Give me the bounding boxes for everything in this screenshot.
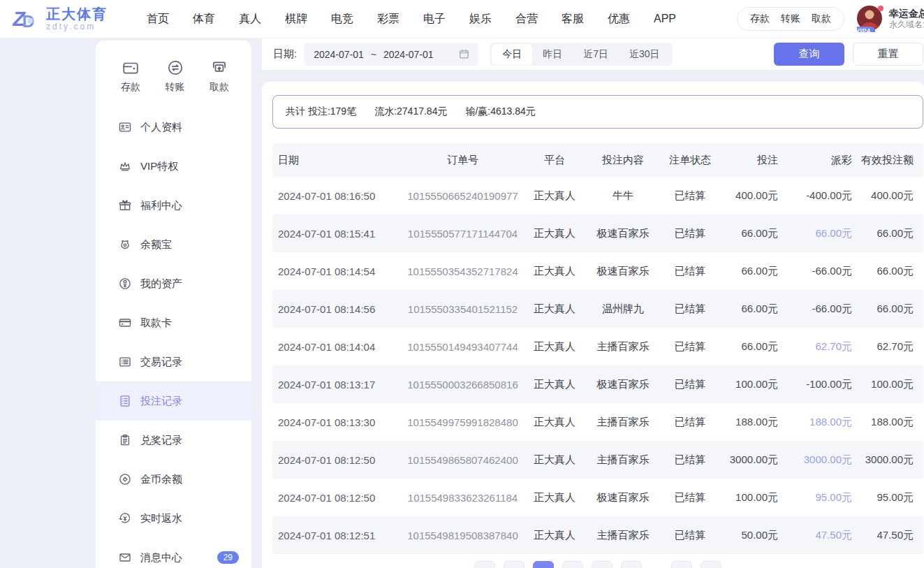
gift-icon [118, 198, 132, 212]
nav-item-7[interactable]: 娱乐 [469, 12, 492, 27]
rebate-icon [118, 511, 132, 525]
nav-item-10[interactable]: 优惠 [608, 12, 630, 27]
cell-platform: 正大真人 [524, 227, 585, 240]
summary-part: 输/赢:4613.84元 [465, 105, 535, 118]
nav-item-11[interactable]: APP [654, 13, 676, 25]
reset-button[interactable]: 重置 [853, 43, 923, 66]
cell-valid-amount: 400.00元 [855, 189, 923, 203]
sidebar-item[interactable]: VIP特权 [96, 147, 251, 186]
wallet-action-link[interactable]: 取款 [812, 13, 831, 25]
sidebar: 存款 转账 取款 个人资料 VIP特权 福利中心 余额宝 我的资产 取款卡 交易… [96, 41, 251, 568]
nav-item-6[interactable]: 电子 [423, 12, 446, 27]
pagination-page-3[interactable]: 3 [562, 561, 583, 568]
pagination-page-18[interactable]: 18 [671, 561, 692, 568]
cell-bet-content: 极速百家乐 [585, 265, 661, 278]
cell-bet-content: 主播百家乐 [585, 529, 661, 542]
wallet-action-link[interactable]: 转账 [781, 13, 800, 25]
quick-range-option[interactable]: 昨日 [532, 44, 573, 65]
cell-bet-amount: 66.00元 [719, 265, 781, 278]
sidebar-item[interactable]: 福利中心 [96, 186, 251, 225]
nav-item-2[interactable]: 真人 [239, 12, 261, 27]
table-header: 日期订单号平台投注内容注单状态投注派彩有效投注额 [272, 143, 923, 177]
pagination-page-2[interactable]: 2 [533, 561, 554, 568]
sidebar-item[interactable]: 取款卡 [96, 303, 251, 342]
sidebar-item[interactable]: 我的资产 [96, 264, 251, 303]
deposit-icon [122, 59, 140, 77]
date-from-value: 2024-07-01 [314, 49, 364, 60]
cell-valid-amount: 47.50元 [855, 529, 923, 542]
nav-item-8[interactable]: 合营 [515, 12, 538, 27]
column-header: 注单状态 [661, 154, 719, 167]
cell-date: 2024-07-01 08:12:50 [272, 492, 402, 504]
summary-box: 共计 投注:179笔流水:27417.84元输/赢:4613.84元 [272, 95, 923, 129]
withdraw-icon [210, 59, 228, 77]
table-row: 2024-07-01 08:15:41 1015550577171144704 … [272, 214, 923, 252]
column-header: 订单号 [402, 154, 524, 167]
cell-platform: 正大真人 [524, 529, 585, 542]
summary-part: 流水:27417.84元 [374, 105, 447, 118]
nav-item-3[interactable]: 棋牌 [285, 12, 307, 27]
nav-item-4[interactable]: 电竞 [331, 12, 353, 27]
cell-date: 2024-07-01 08:13:30 [272, 416, 402, 428]
brand-mark-icon: Z D [13, 6, 41, 31]
pagination-page-4[interactable]: 4 [592, 561, 613, 568]
cell-order-no: 1015550577171144704 [402, 228, 524, 240]
wallet-action-link[interactable]: 存款 [750, 13, 770, 25]
cell-platform: 正大真人 [524, 378, 585, 391]
sidebar-item[interactable]: 个人资料 [96, 108, 251, 147]
cell-date: 2024-07-01 08:12:51 [272, 530, 402, 541]
sidebar-item[interactable]: 投注记录 [96, 381, 251, 421]
bank-card-icon [118, 316, 132, 330]
user-info[interactable]: VIP4 幸运金总 永久域名: [857, 6, 924, 32]
table-row: 2024-07-01 08:14:56 1015550335401521152 … [272, 290, 923, 328]
sidebar-item[interactable]: 金币余额 [96, 460, 251, 499]
cell-payout: 3000.00元 [781, 453, 855, 467]
main-nav: 首页体育真人棋牌电竞彩票电子娱乐合营客服优惠APP [147, 12, 676, 27]
nav-item-5[interactable]: 彩票 [377, 12, 399, 27]
date-range-input[interactable]: 2024-07-01 ~ 2024-07-01 [304, 43, 478, 66]
sidebar-item[interactable]: 交易记录 [96, 342, 251, 381]
mail-icon [118, 551, 132, 565]
calendar-icon [458, 48, 470, 60]
sidebar-item[interactable]: 实时返水 [96, 499, 251, 538]
query-button[interactable]: 查询 [774, 43, 844, 66]
pagination-prev[interactable]: ‹ [474, 561, 495, 568]
cell-order-no: 1015550354352717824 [402, 265, 524, 277]
permanent-domain-label: 永久域名: [889, 19, 924, 30]
cell-payout: 188.00元 [781, 416, 855, 429]
cell-status: 已结算 [661, 491, 719, 504]
cell-platform: 正大真人 [524, 189, 585, 203]
pagination: ‹12345…18› [272, 561, 923, 568]
sidebar-item[interactable]: 兑奖记录 [96, 421, 251, 460]
cell-bet-amount: 400.00元 [719, 189, 781, 203]
pagination-page-5[interactable]: 5 [621, 561, 642, 568]
quick-range-option[interactable]: 今日 [492, 44, 532, 65]
cell-status: 已结算 [661, 265, 719, 278]
sidebar-quick-action[interactable]: 存款 [121, 59, 140, 94]
cell-platform: 正大真人 [524, 453, 585, 467]
cell-bet-content: 极速百家乐 [585, 378, 661, 391]
cell-status: 已结算 [661, 189, 719, 203]
sidebar-quick-action[interactable]: 取款 [210, 59, 229, 94]
table-body: 2024-07-01 08:16:50 1015550665240190977 … [272, 177, 923, 554]
cell-order-no: 1015550003266850816 [402, 379, 524, 391]
brand-name: 正大体育 [46, 6, 108, 22]
nav-item-0[interactable]: 首页 [147, 12, 169, 27]
cell-valid-amount: 95.00元 [855, 491, 923, 504]
nav-item-1[interactable]: 体育 [193, 12, 215, 27]
nav-item-9[interactable]: 客服 [562, 12, 584, 27]
avatar[interactable]: VIP4 [857, 6, 883, 32]
vip-crown-icon [118, 159, 132, 173]
pagination-page-1[interactable]: 1 [504, 561, 525, 568]
quick-range-option[interactable]: 近30日 [619, 44, 670, 65]
sidebar-quick-action[interactable]: 转账 [166, 59, 185, 94]
cell-order-no: 1015549975991828480 [402, 416, 524, 428]
cell-platform: 正大真人 [524, 265, 585, 278]
quick-range-option[interactable]: 近7日 [573, 44, 619, 65]
pagination-next[interactable]: › [701, 561, 721, 568]
cell-bet-content: 主播百家乐 [585, 340, 661, 354]
sidebar-item[interactable]: 消息中心 29 [96, 538, 251, 568]
brand-domain: zdty.com [46, 22, 108, 31]
brand-logo[interactable]: Z D 正大体育 zdty.com [13, 6, 108, 31]
sidebar-item[interactable]: 余额宝 [96, 225, 251, 264]
